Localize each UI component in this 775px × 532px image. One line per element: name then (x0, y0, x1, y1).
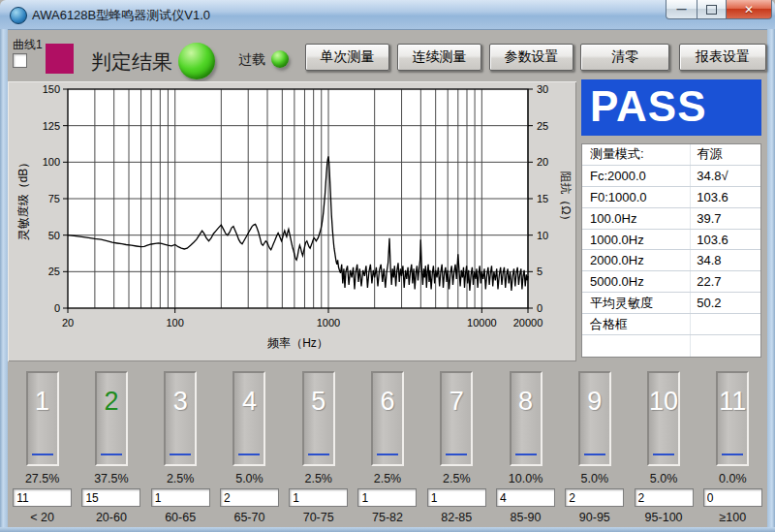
percent-label: 2.5% (374, 472, 402, 486)
close-button[interactable]: ✕ (726, 0, 772, 19)
continuous-measure-button[interactable]: 连续测量 (397, 44, 481, 71)
range-label: 90-95 (579, 511, 610, 524)
percent-label: 2.5% (304, 472, 332, 486)
slider-column-5: 52.5%70-75 (284, 366, 353, 524)
result-row: 1000.0Hz103.6 (582, 230, 760, 251)
x-tick: 100 (166, 317, 183, 329)
y-left-tick: 0 (54, 302, 60, 314)
level-slider-5[interactable]: 5 (302, 371, 335, 466)
percent-label: 5.0% (581, 472, 609, 486)
y-right-tick: 10 (537, 230, 548, 241)
result-value: 有源 (691, 144, 760, 165)
y-right-tick: 25 (537, 120, 548, 132)
window-frame-left (0, 29, 8, 532)
range-label: 70-75 (303, 511, 334, 524)
count-input-9[interactable] (565, 488, 624, 507)
slider-level-indicator (101, 454, 122, 455)
y-left-tick: 25 (48, 266, 60, 277)
slider-number: 7 (442, 387, 471, 417)
level-slider-8[interactable]: 8 (510, 371, 542, 466)
distribution-slider-bank: 127.5%< 20237.5%20-6032.5%60-6545.0%65-7… (8, 366, 767, 524)
level-slider-11[interactable]: 11 (716, 371, 749, 466)
result-label: 5000.0Hz (582, 271, 691, 292)
count-input-8[interactable] (496, 488, 555, 507)
slider-column-2: 237.5%20-60 (77, 366, 145, 524)
y-right-tick: 15 (537, 193, 548, 204)
range-label: 20-60 (96, 511, 127, 524)
count-input-3[interactable] (151, 488, 210, 507)
result-row: F0:1000.0103.6 (582, 187, 760, 208)
result-row: 平均灵敏度50.2 (582, 293, 760, 314)
result-value: 34.8√ (691, 166, 760, 186)
result-value (691, 314, 760, 334)
result-value: 34.8 (691, 250, 760, 270)
range-label: 75-82 (372, 511, 403, 524)
result-label: 1000.0Hz (582, 230, 691, 250)
y-right-tick: 20 (537, 156, 548, 168)
range-label: ≥100 (720, 511, 747, 524)
level-slider-9[interactable]: 9 (578, 371, 611, 466)
curve1-checkbox[interactable] (13, 53, 27, 68)
window-frame-bottom (0, 527, 775, 532)
curve1-color-swatch[interactable] (46, 44, 74, 74)
curve1-label: 曲线1 (13, 37, 43, 53)
x-tick: 1000 (317, 317, 340, 329)
zero-clear-button[interactable]: 清零 (580, 44, 669, 71)
level-slider-1[interactable]: 1 (26, 371, 59, 466)
count-input-10[interactable] (635, 488, 694, 507)
chart-canvas: 0255075100125150051015202530201001000100… (8, 81, 576, 361)
pass-status-badge: PASS (581, 79, 761, 136)
percent-label: 37.5% (94, 472, 128, 486)
level-slider-10[interactable]: 10 (647, 371, 680, 466)
range-label: < 20 (30, 511, 54, 524)
slider-level-indicator (238, 454, 260, 455)
slider-number: 6 (373, 387, 402, 417)
level-slider-4[interactable]: 4 (232, 371, 265, 466)
slider-number: 3 (166, 387, 195, 417)
slider-column-8: 810.0%85-90 (491, 366, 560, 524)
result-label: 平均灵敏度 (582, 293, 691, 313)
slider-column-4: 45.0%65-70 (215, 366, 284, 524)
maximize-button[interactable] (698, 0, 726, 19)
report-settings-button[interactable]: 报表设置 (679, 44, 766, 71)
result-row: 测量模式:有源 (582, 144, 760, 166)
slider-number: 8 (512, 387, 541, 417)
count-input-5[interactable] (289, 488, 348, 507)
count-input-6[interactable] (357, 488, 417, 507)
x-tick: 10000 (467, 317, 497, 329)
y-left-axis-title: 灵敏度级（dB） (16, 157, 30, 241)
result-row: 2000.0Hz34.8 (582, 250, 760, 271)
level-slider-7[interactable]: 7 (440, 371, 473, 466)
single-measure-button[interactable]: 单次测量 (305, 44, 389, 71)
level-slider-3[interactable]: 3 (164, 371, 197, 466)
parameter-settings-button[interactable]: 参数设置 (489, 44, 574, 71)
result-row: 5000.0Hz22.7 (582, 271, 760, 293)
slider-column-10: 105.0%95-100 (629, 366, 698, 524)
result-value: 103.6 (691, 187, 760, 207)
count-input-11[interactable] (703, 488, 762, 507)
result-label: 2000.0Hz (582, 250, 691, 270)
level-slider-6[interactable]: 6 (371, 371, 404, 466)
count-input-1[interactable] (13, 488, 72, 507)
minimize-button[interactable]: — (666, 0, 698, 19)
count-input-7[interactable] (427, 488, 486, 507)
slider-level-indicator (515, 454, 537, 455)
result-value: 39.7 (691, 208, 760, 229)
slider-number: 5 (304, 387, 333, 417)
count-input-4[interactable] (220, 488, 279, 507)
result-row: 100.0Hz39.7 (582, 208, 760, 230)
maximize-icon (706, 5, 717, 15)
count-input-2[interactable] (81, 488, 140, 507)
y-left-tick: 150 (43, 83, 60, 95)
frequency-response-chart: 0255075100125150051015202530201001000100… (8, 81, 576, 361)
slider-column-11: 110.0%≥100 (698, 366, 767, 524)
percent-label: 10.0% (509, 472, 542, 486)
level-slider-2[interactable]: 2 (95, 371, 128, 466)
slider-column-9: 95.0%90-95 (560, 366, 629, 524)
result-label: F0:1000.0 (582, 187, 691, 207)
judgment-result-led (178, 43, 215, 79)
percent-label: 5.0% (650, 472, 678, 486)
judgment-result-label: 判定结果 (91, 48, 172, 76)
slider-level-indicator (32, 454, 53, 455)
overload-led (271, 50, 289, 68)
